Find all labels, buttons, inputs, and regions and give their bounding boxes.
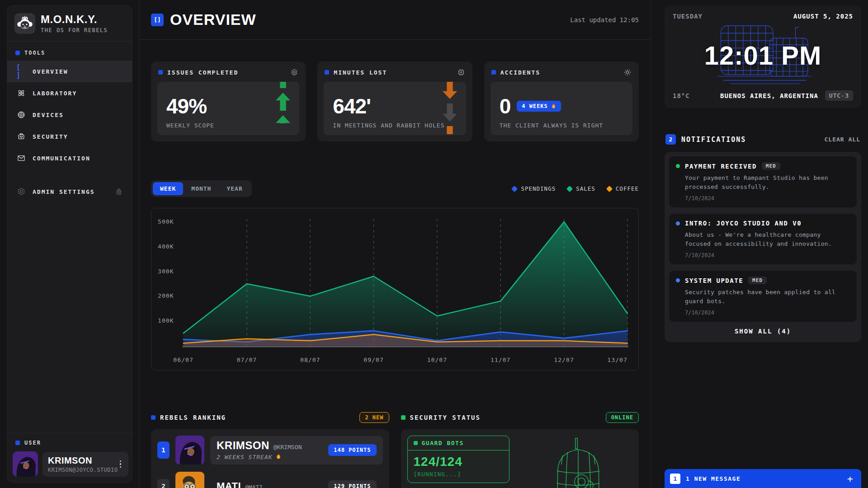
trend-up-arrows xyxy=(274,82,292,123)
new-message-bar[interactable]: 1 1 NEW MESSAGE + xyxy=(665,469,861,488)
legend-coffee[interactable]: COFFEE xyxy=(607,185,639,192)
ranking-row-2[interactable]: 2 xyxy=(157,472,383,488)
arrow-up-icon xyxy=(276,115,290,123)
status-dot xyxy=(676,221,680,225)
message-count-badge: 1 xyxy=(670,474,680,484)
arrow-up-icon xyxy=(276,82,290,88)
dashboard-screen: M.O.N.K.Y. THE OS FOR REBELS TOOLS [ ] O… xyxy=(0,0,868,488)
svg-text:500K: 500K xyxy=(158,218,174,225)
atom-icon xyxy=(16,89,26,98)
notification-date: 7/10/2024 xyxy=(676,252,850,258)
section-bullet xyxy=(151,415,156,420)
sidebar-item-communication[interactable]: COMMUNICATION xyxy=(7,147,132,169)
plus-icon[interactable]: + xyxy=(844,473,856,484)
lock-icon xyxy=(115,188,123,196)
arrow-down-icon xyxy=(443,103,457,122)
svg-text:09/07: 09/07 xyxy=(363,357,384,363)
kebab-menu-icon[interactable] xyxy=(118,459,123,470)
user-section: USER K xyxy=(7,433,132,482)
notification-system-update[interactable]: SYSTEM UPDATE MED Security patches have … xyxy=(669,271,857,322)
legend-spendings[interactable]: SPENDINGS xyxy=(512,185,556,192)
chart-controls: WEEK MONTH YEAR SPENDINGS SALES COFFEE xyxy=(151,180,639,197)
card-bullet xyxy=(414,441,418,445)
user-email: KRIMSON@JOYCO.STUDIO xyxy=(48,467,118,473)
svg-text:300K: 300K xyxy=(158,268,174,275)
avatar xyxy=(175,436,204,465)
brackets-icon: [ ] xyxy=(16,63,26,80)
clear-all-button[interactable]: CLEAR ALL xyxy=(825,136,860,143)
app-tagline: THE OS FOR REBELS xyxy=(41,27,108,33)
sidebar-item-devices[interactable]: DEVICES xyxy=(7,104,132,126)
rebel-handle: @KRIMSON xyxy=(274,444,302,450)
sidebar-item-overview[interactable]: [ ] OVERVIEW xyxy=(7,61,132,82)
svg-text:10/07: 10/07 xyxy=(427,357,448,363)
notification-date: 7/10/2024 xyxy=(676,310,850,316)
app-name: M.O.N.K.Y. xyxy=(41,14,108,25)
card-bullet xyxy=(158,70,163,75)
svg-text:11/07: 11/07 xyxy=(491,357,511,363)
temperature: 18°C xyxy=(673,92,713,99)
page-header: [] OVERVIEW Last updated 12:05 xyxy=(139,0,651,40)
section-bullet xyxy=(401,415,406,420)
points-badge: 148 POINTS xyxy=(328,444,376,456)
notification-date: 7/10/2024 xyxy=(676,195,850,202)
show-all-button[interactable]: SHOW ALL (4) xyxy=(669,322,857,338)
section-bullet xyxy=(15,441,20,445)
stat-card-minutes: MINUTES LOST 642' IN MEETINGS AND RABBIT… xyxy=(317,61,472,141)
rebel-handle: @MATI xyxy=(245,484,263,488)
gear-icon[interactable] xyxy=(290,68,298,76)
trend-chart-card: 100K200K300K400K500K06/0707/0708/0709/07… xyxy=(151,208,639,371)
date: AUGUST 5, 2025 xyxy=(793,13,853,20)
stat-value: 0 xyxy=(500,96,511,117)
notification-count-badge: 2 xyxy=(665,134,676,145)
arrow-down-icon xyxy=(443,82,457,99)
chip-gear-icon[interactable] xyxy=(457,68,465,76)
sidebar-item-laboratory[interactable]: LABORATORY xyxy=(7,82,132,104)
new-count-badge: 2 NEW xyxy=(359,412,389,423)
legend-sales[interactable]: SALES xyxy=(567,185,595,192)
svg-text:100K: 100K xyxy=(158,317,174,324)
app-logo: M.O.N.K.Y. THE OS FOR REBELS xyxy=(7,6,132,42)
cog-icon[interactable] xyxy=(623,68,632,76)
streak-badge: 4 WEEKS xyxy=(517,101,561,112)
user-avatar xyxy=(13,451,38,477)
guard-bot-wireframe xyxy=(533,437,623,488)
ranking-row-1[interactable]: 1 xyxy=(157,436,383,465)
mail-icon xyxy=(16,154,26,163)
stat-value: 642' xyxy=(333,96,457,117)
tab-year[interactable]: YEAR xyxy=(219,182,250,195)
svg-text:400K: 400K xyxy=(158,243,174,250)
card-bullet xyxy=(325,70,329,75)
monkey-icon xyxy=(14,13,35,34)
trend-chart-svg: 100K200K300K400K500K06/0707/0708/0709/07… xyxy=(157,216,632,367)
svg-text:12/07: 12/07 xyxy=(554,357,574,363)
notification-intro[interactable]: INTRO: JOYCO STUDIO AND V0 About us - We… xyxy=(669,214,857,264)
stat-sublabel: THE CLIENT ALWAYS IS RIGHT xyxy=(500,122,623,129)
rebels-ranking-section: REBELS RANKING 2 NEW 1 xyxy=(151,412,389,488)
user-name: KRIMSON xyxy=(48,455,118,465)
tools-section-label: TOOLS xyxy=(7,42,132,61)
points-badge: 129 POINTS xyxy=(328,480,376,488)
current-time: 12:01 PM xyxy=(704,40,821,70)
flame-icon xyxy=(551,103,556,109)
weekday: TUESDAY xyxy=(673,13,703,20)
period-tabs: WEEK MONTH YEAR xyxy=(151,180,252,197)
sidebar-item-security[interactable]: SECURITY xyxy=(7,126,132,147)
rebel-streak: 2 WEEKS STREAK xyxy=(217,454,302,460)
trend-down-arrows xyxy=(441,82,459,134)
svg-text:06/07: 06/07 xyxy=(173,357,193,363)
svg-text:08/07: 08/07 xyxy=(300,357,321,363)
diamond-icon xyxy=(566,185,573,192)
tab-week[interactable]: WEEK xyxy=(153,182,183,195)
tab-month[interactable]: MONTH xyxy=(184,182,218,195)
notifications-header: 2 NOTIFICATIONS CLEAR ALL xyxy=(665,134,861,145)
notification-payment[interactable]: PAYMENT RECEIVED MED Your payment to Ram… xyxy=(669,156,857,207)
card-bullet xyxy=(491,70,496,75)
chip-icon xyxy=(16,110,26,119)
chart-legend: SPENDINGS SALES COFFEE xyxy=(512,185,639,192)
stat-sublabel: WEEKLY SCOPE xyxy=(166,122,290,129)
right-panel: TUESDAY AUGUST 5, 2025 xyxy=(651,0,868,488)
security-panel: GUARD BOTS 124/124 [RUNNING...] FIREWALL xyxy=(401,429,639,488)
avatar xyxy=(175,472,204,488)
sidebar-item-admin-settings[interactable]: ADMIN SETTINGS xyxy=(7,181,132,202)
